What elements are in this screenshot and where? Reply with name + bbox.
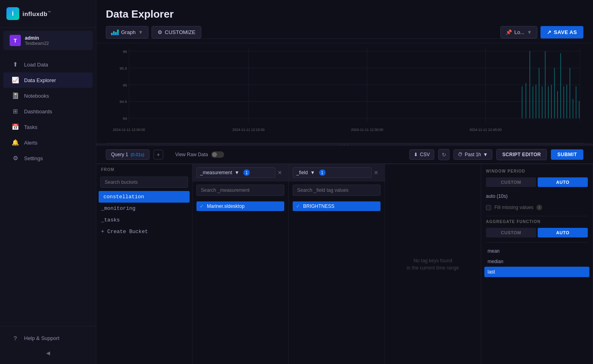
submit-label: SUBMIT [557,152,577,157]
query-tab[interactable]: Query 1 (0.01s) [106,149,150,160]
agg-mean-label: mean [488,248,500,254]
user-org: Testbeam22 [25,41,49,46]
bucket-item-constellation[interactable]: constellation [99,191,190,203]
info-icon[interactable]: i [536,205,542,210]
agg-median[interactable]: median [486,256,588,267]
sidebar-item-notebooks[interactable]: 📓 Notebooks [3,88,93,103]
bucket-item-tasks[interactable]: _tasks [96,214,192,226]
time-range-button[interactable]: ⏱ Past 1h ▼ [453,149,492,160]
measurement-item-selected[interactable]: ✓ Mariner.sldesktop [196,201,284,211]
sidebar-item-dashboards[interactable]: ⊞ Dashboards [3,104,93,119]
script-editor-label: SCRIPT EDITOR [502,152,541,157]
sidebar-item-data-explorer[interactable]: 📈 Data Explorer [3,72,93,88]
query-builder: FROM constellation _monitoring _tasks + … [96,164,593,364]
avatar: T [10,35,21,46]
field-item-selected[interactable]: ✓ BRIGHTNESS [293,201,380,211]
submit-button[interactable]: SUBMIT [551,149,583,160]
sidebar-item-alerts[interactable]: 🔔 Alerts [3,135,93,150]
collapse-sidebar-button[interactable]: ◀ [0,346,96,360]
agg-mean[interactable]: mean [486,246,588,256]
app-logo-text: influxdb™ [22,10,51,17]
refresh-icon: ↻ [442,152,446,158]
fill-missing-label: Fill missing values [494,205,533,210]
graph-type-button[interactable]: Graph ▼ [106,26,148,38]
nav-menu: ⬆ Load Data 📈 Data Explorer 📓 Notebooks … [0,53,96,326]
script-editor-button[interactable]: SCRIPT EDITOR [496,149,547,160]
window-auto-button[interactable]: AUTO [538,177,588,187]
sidebar-item-label: Dashboards [24,109,52,115]
filter1-badge: 1 [243,169,250,176]
view-raw-toggle[interactable] [211,151,224,158]
chart-area: 96 95.5 95 94.5 94 2024-11-11 12:00:00 2… [106,43,583,143]
agg-function-toggle-group: CUSTOM AUTO [486,228,588,237]
filter2-select[interactable]: _field ▼ 1 [293,167,372,178]
check-icon: ✓ [296,203,300,209]
sidebar-bottom: ? Help & Support ◀ [0,326,96,364]
from-label: FROM [96,164,192,173]
svg-text:96: 96 [123,49,127,54]
svg-text:2024-11-11 12:15:00: 2024-11-11 12:15:00 [233,128,265,132]
sidebar-item-label: Tasks [24,124,37,130]
filter2-badge: 1 [319,169,326,176]
no-tag-line2: in the current time range [407,265,459,271]
query-label: Query 1 [111,152,128,157]
fill-missing-row: Fill missing values i [486,205,588,210]
lo-button[interactable]: 📌 Lo... ▼ [500,26,537,38]
measurement-name: Mariner.sldesktop [207,203,245,209]
sidebar-item-label: Alerts [24,140,37,146]
filter1-select[interactable]: _measurement ▼ 1 [196,167,275,178]
toggle-knob [212,152,217,157]
customize-button[interactable]: ⚙ CUSTOMIZE [152,26,201,38]
time-label: Past 1h [465,152,481,157]
settings-icon: ⚙ [11,155,19,162]
sidebar-item-label: Load Data [24,62,48,68]
lo-dropdown-icon: ▼ [527,29,532,35]
field-name: BRIGHTNESS [303,203,334,209]
bar4 [117,30,119,35]
view-raw-toggle-area: View Raw Data [175,151,224,158]
sidebar-item-help[interactable]: ? Help & Support [3,331,93,346]
search-measurement-input[interactable] [196,185,284,196]
agg-auto-button[interactable]: AUTO [538,228,588,237]
lo-label: Lo... [514,29,524,35]
fill-missing-checkbox[interactable] [486,205,491,210]
create-bucket-button[interactable]: + Create Bucket [96,226,192,237]
sidebar-item-load-data[interactable]: ⬆ Load Data [3,57,93,72]
agg-median-label: median [488,259,503,264]
agg-custom-button[interactable]: CUSTOM [486,228,536,237]
csv-button[interactable]: ⬇ CSV [409,149,434,160]
add-query-button[interactable]: + [154,150,163,159]
app-logo-icon: i [6,7,19,20]
window-period-toggle-group: CUSTOM AUTO [486,177,588,187]
sidebar-item-tasks[interactable]: 📅 Tasks [3,119,93,135]
save-as-label: SAVE AS [554,29,577,35]
bucket-name: _monitoring [101,205,136,211]
svg-text:2024-11-11 12:45:00: 2024-11-11 12:45:00 [470,128,502,132]
window-custom-button[interactable]: CUSTOM [486,177,536,187]
clock-icon: ⏱ [458,152,463,157]
collapse-icon: ◀ [46,350,50,356]
user-section[interactable]: T admin Testbeam22 [3,31,93,50]
download-icon: ⬇ [414,152,418,157]
search-buckets-input[interactable] [100,177,188,188]
tags-panel: No tag keys found in the current time ra… [385,164,481,364]
notebooks-icon: 📓 [11,92,19,99]
graph-dropdown-icon: ▼ [138,29,143,35]
sidebar-item-label: Help & Support [24,335,59,341]
refresh-button[interactable]: ↻ [438,149,449,160]
search-field-input[interactable] [293,185,380,196]
sidebar-item-label: Settings [24,155,43,161]
divider2 [486,242,588,243]
user-name: admin [25,35,49,41]
agg-last[interactable]: last [484,267,589,277]
filter1-close-button[interactable]: ✕ [275,169,284,177]
filter2-dropdown-icon: ▼ [310,170,315,175]
save-as-button[interactable]: ↗ SAVE AS [540,26,583,38]
bucket-item-monitoring[interactable]: _monitoring [96,203,192,214]
query-bar: Query 1 (0.01s) + View Raw Data ⬇ CSV ↻ … [96,146,593,164]
bar1 [111,33,113,35]
sidebar-item-settings[interactable]: ⚙ Settings [3,151,93,166]
agg-last-label: last [488,269,495,275]
filter2-close-button[interactable]: ✕ [372,169,380,177]
sidebar-item-label: Notebooks [24,93,49,99]
